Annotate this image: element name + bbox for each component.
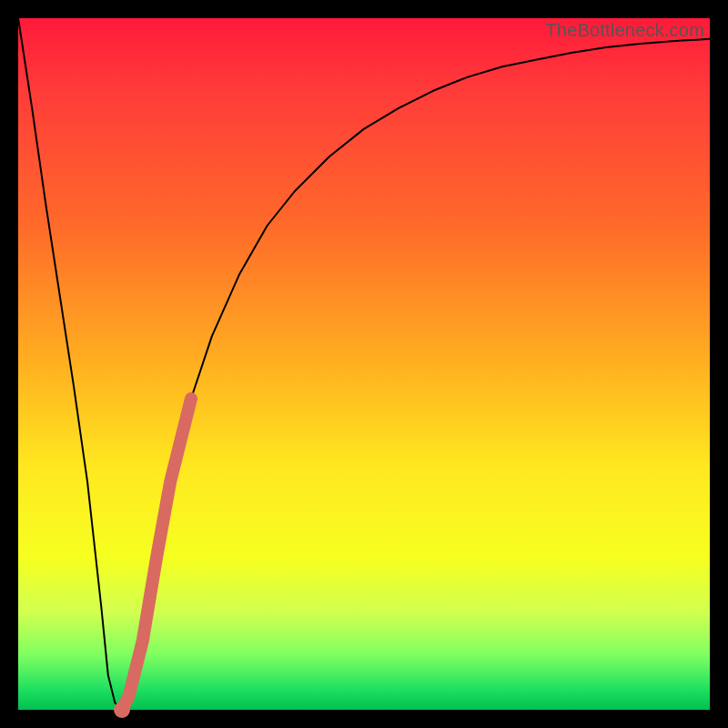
bottleneck-curve xyxy=(18,18,710,710)
plot-area: TheBottleneck.com xyxy=(18,18,710,710)
curve-layer xyxy=(18,18,710,710)
minimum-marker xyxy=(114,702,130,718)
chart-frame: TheBottleneck.com xyxy=(0,0,728,728)
accent-segment xyxy=(122,399,191,710)
